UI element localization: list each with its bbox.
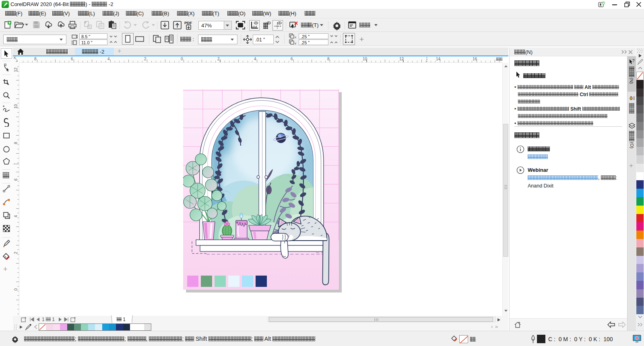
svg-text:PDF: PDF xyxy=(184,21,192,25)
svg-text:x: x xyxy=(295,35,296,39)
svg-text:?: ? xyxy=(632,59,635,63)
svg-text:y: y xyxy=(295,41,296,45)
